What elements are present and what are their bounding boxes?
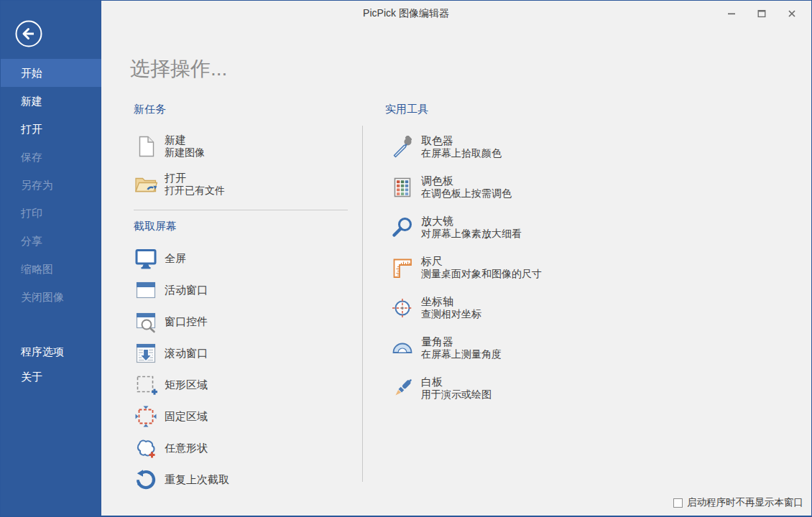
- sidebar-item-about[interactable]: 关于: [1, 364, 101, 390]
- action-item-window-control[interactable]: 窗口控件: [134, 310, 208, 333]
- close-button[interactable]: [777, 1, 807, 25]
- sidebar-item-save[interactable]: 保存: [1, 143, 101, 171]
- action-item-label: 全屏: [165, 252, 186, 266]
- tool-item-magnifier[interactable]: 放大镜 对屏幕上像素放大细看: [391, 215, 522, 240]
- action-item-scrolling-window[interactable]: 滚动窗口: [134, 342, 208, 365]
- tool-item-subtitle: 在屏幕上测量角度: [421, 348, 502, 360]
- tool-item-color-palette[interactable]: 调色板 在调色板上按需调色: [391, 174, 512, 200]
- tool-item-crosshair[interactable]: 坐标轴 查测相对坐标: [391, 295, 481, 320]
- tool-item-subtitle: 用于演示或绘图: [421, 388, 492, 401]
- back-button[interactable]: [14, 19, 43, 48]
- tool-item-subtitle: 在调色板上按需调色: [421, 187, 512, 200]
- window-control-icon: [134, 310, 157, 333]
- scrolling-window-icon: [134, 342, 157, 365]
- section-tools: 实用工具: [385, 103, 428, 116]
- action-item-label: 窗口控件: [165, 315, 208, 329]
- action-item-rectangle-region[interactable]: 矩形区域: [134, 373, 208, 396]
- dont-show-again-checkbox[interactable]: [673, 498, 683, 508]
- action-item-label: 矩形区域: [165, 378, 208, 392]
- column-divider: [362, 126, 363, 482]
- divider: [134, 210, 348, 210]
- tool-item-whiteboard[interactable]: 白板 用于演示或绘图: [391, 376, 492, 401]
- sidebar-item-close-image[interactable]: 关闭图像: [1, 283, 101, 311]
- new-file-icon: [134, 135, 157, 158]
- action-item-title: 新建: [165, 134, 205, 146]
- rectangle-region-icon: [134, 373, 157, 396]
- window-title: PicPick 图像编辑器: [1, 1, 811, 25]
- ruler-icon: [391, 256, 414, 279]
- action-item-label: 滚动窗口: [165, 347, 208, 360]
- action-item-open[interactable]: 打开 打开已有文件: [134, 172, 225, 197]
- open-folder-icon: [134, 173, 157, 196]
- repeat-capture-icon: [134, 468, 157, 491]
- main-content: 选择操作... 新任务 新建 新建图像 打开 打开已有文件: [101, 25, 811, 516]
- section-new-task: 新任务: [134, 103, 166, 116]
- monitor-icon: [134, 247, 157, 270]
- action-item-fullscreen[interactable]: 全屏: [134, 247, 186, 270]
- tool-item-title: 白板: [421, 376, 492, 388]
- sidebar-item-home[interactable]: 开始: [1, 59, 101, 87]
- action-item-label: 任意形状: [165, 442, 208, 455]
- sidebar: 开始 新建 打开 保存 另存为 打印 分享 缩略图 关闭图像 程序选项 关于: [1, 1, 101, 516]
- color-palette-icon: [391, 176, 414, 199]
- back-arrow-icon: [14, 19, 43, 48]
- tool-item-subtitle: 测量桌面对象和图像的尺寸: [421, 268, 542, 280]
- action-item-title: 打开: [165, 172, 225, 185]
- tool-item-protractor[interactable]: 量角器 在屏幕上测量角度: [391, 335, 502, 360]
- tool-item-ruler[interactable]: 标尺 测量桌面对象和图像的尺寸: [391, 255, 542, 280]
- tool-item-subtitle: 查测相对坐标: [421, 308, 481, 320]
- section-screen-capture: 截取屏幕: [134, 220, 177, 233]
- crosshair-icon: [391, 297, 414, 320]
- magnifier-icon: [391, 216, 414, 239]
- dont-show-again-label[interactable]: 启动程序时不再显示本窗口: [687, 496, 803, 509]
- tool-item-subtitle: 对屏幕上像素放大细看: [421, 228, 522, 240]
- sidebar-item-print[interactable]: 打印: [1, 199, 101, 227]
- color-picker-icon: [391, 136, 414, 159]
- whiteboard-icon: [391, 377, 414, 400]
- minimize-button[interactable]: [716, 1, 747, 25]
- action-item-label: 活动窗口: [165, 284, 208, 297]
- action-item-label: 重复上次截取: [165, 473, 229, 487]
- tool-item-title: 放大镜: [421, 215, 522, 228]
- tool-item-title: 标尺: [421, 255, 542, 268]
- action-item-fixed-region[interactable]: 固定区域: [134, 405, 208, 428]
- tool-item-subtitle: 在屏幕上拾取颜色: [421, 147, 502, 159]
- page-title: 选择操作...: [130, 55, 227, 83]
- tool-item-title: 调色板: [421, 174, 512, 187]
- window-controls: [716, 1, 807, 25]
- action-item-freehand[interactable]: 任意形状: [134, 437, 208, 460]
- active-window-icon: [134, 279, 157, 302]
- tool-item-title: 取色器: [421, 134, 502, 147]
- sidebar-item-new[interactable]: 新建: [1, 87, 101, 115]
- action-item-new[interactable]: 新建 新建图像: [134, 134, 205, 159]
- maximize-button[interactable]: [747, 1, 777, 25]
- freehand-icon: [134, 437, 157, 460]
- sidebar-item-save-as[interactable]: 另存为: [1, 171, 101, 199]
- sidebar-item-open[interactable]: 打开: [1, 115, 101, 143]
- tool-item-title: 坐标轴: [421, 295, 481, 308]
- picpick-window: PicPick 图像编辑器 开始 新建 打开 保存 另存为 打印 分享 缩略图 …: [0, 0, 812, 517]
- maximize-icon: [757, 9, 766, 18]
- sidebar-item-thumbnail[interactable]: 缩略图: [1, 255, 101, 283]
- protractor-icon: [391, 337, 414, 360]
- sidebar-item-share[interactable]: 分享: [1, 227, 101, 255]
- action-item-active-window[interactable]: 活动窗口: [134, 279, 208, 302]
- minimize-icon: [727, 9, 736, 18]
- action-item-label: 固定区域: [165, 410, 208, 424]
- action-item-repeat-capture[interactable]: 重复上次截取: [134, 468, 229, 491]
- sidebar-item-options[interactable]: 程序选项: [1, 339, 101, 365]
- close-icon: [788, 9, 796, 18]
- dont-show-again-option[interactable]: 启动程序时不再显示本窗口: [673, 496, 803, 509]
- fixed-region-icon: [134, 405, 157, 428]
- action-item-subtitle: 打开已有文件: [165, 185, 225, 197]
- tool-item-title: 量角器: [421, 335, 502, 348]
- tool-item-color-picker[interactable]: 取色器 在屏幕上拾取颜色: [391, 134, 502, 159]
- action-item-subtitle: 新建图像: [165, 146, 205, 159]
